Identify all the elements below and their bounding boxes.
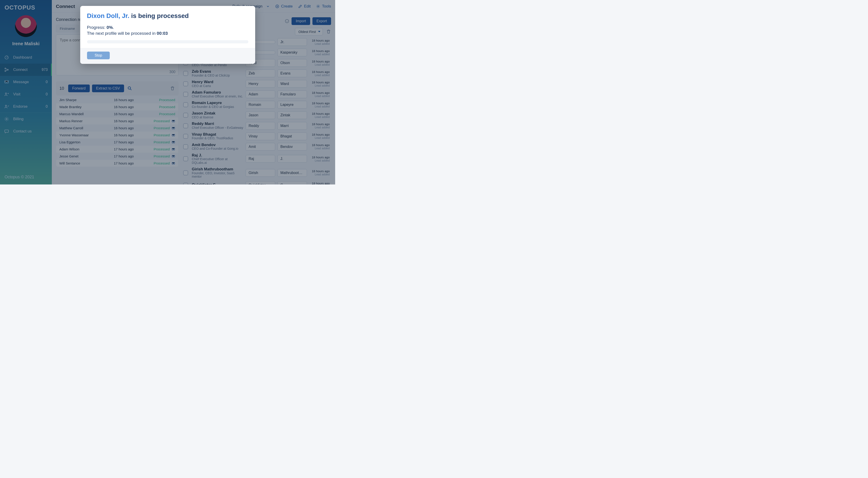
stop-button[interactable]: Stop bbox=[87, 52, 110, 59]
progress-bar bbox=[87, 40, 248, 43]
modal-person: Dixon Doll, Jr. bbox=[87, 12, 129, 19]
progress-label: Progress: bbox=[87, 25, 107, 30]
next-label: The next profile will be processed in bbox=[87, 31, 157, 36]
modal-text: Progress: 0%. The next profile will be p… bbox=[87, 25, 248, 36]
modal-suffix: is being processed bbox=[131, 12, 189, 19]
modal-overlay: Dixon Doll, Jr. is being processed Progr… bbox=[0, 0, 335, 185]
modal-title: Dixon Doll, Jr. is being processed bbox=[87, 12, 248, 20]
processing-modal: Dixon Doll, Jr. is being processed Progr… bbox=[80, 6, 255, 64]
progress-period: . bbox=[113, 25, 114, 30]
progress-value: 0% bbox=[106, 25, 113, 30]
next-time: 00:03 bbox=[157, 31, 168, 36]
